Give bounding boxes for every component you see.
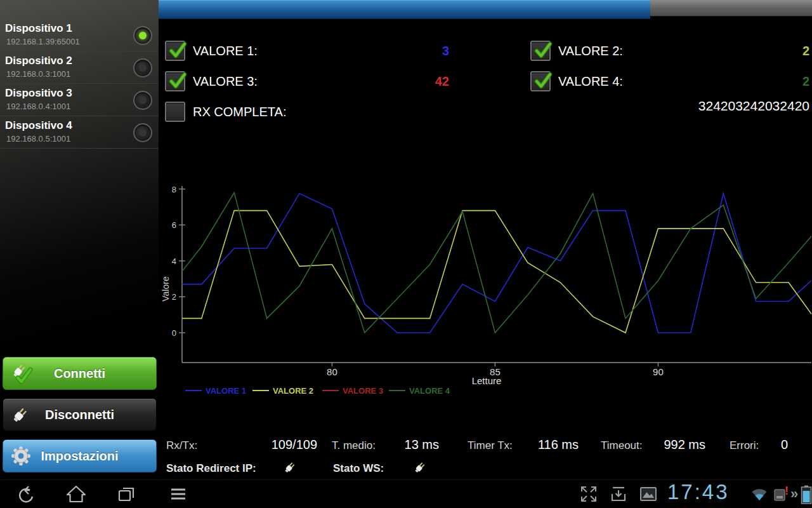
device-item-1[interactable]: Dispositivo 1 192.168.1.39:65001 (0, 19, 159, 51)
svg-text:VALORE 2: VALORE 2 (273, 386, 313, 396)
device-radio[interactable] (133, 123, 152, 142)
back-icon[interactable] (13, 484, 34, 504)
param-label: VALORE 4: (558, 74, 623, 89)
recents-icon[interactable] (116, 484, 136, 504)
param-row-valore2: VALORE 2: 2 (530, 40, 809, 62)
checkbox-valore4[interactable] (530, 71, 551, 91)
fullscreen-icon[interactable] (579, 484, 599, 504)
param-value: 2 (623, 44, 809, 58)
plug-icon (10, 404, 30, 425)
connect-button-label: Connetti (54, 366, 105, 381)
rx-completa-value: 324203242032420 (511, 98, 809, 114)
device-name: Dispositivo 4 (5, 119, 72, 132)
disconnect-button[interactable]: Disconnetti (3, 398, 157, 431)
device-address: 192.168.0.3:1001 (6, 69, 70, 79)
check-icon (532, 39, 554, 61)
home-icon[interactable] (66, 484, 86, 504)
plug-check-icon (10, 362, 33, 385)
device-item-4[interactable]: Dispositivo 4 192.168.0.5:1001 (0, 116, 159, 149)
status-label: Stato Redirect IP: (166, 462, 256, 475)
param-value: 2 (623, 74, 809, 89)
line-chart: 02468808590LettureValoreVALORE 1VALORE 2… (162, 182, 812, 401)
stat-value: 109/109 (222, 438, 317, 452)
device-radio[interactable] (133, 58, 152, 77)
param-value: 3 (258, 44, 449, 58)
gallery-icon[interactable] (638, 484, 658, 504)
svg-text:0: 0 (172, 328, 176, 338)
device-item-2[interactable]: Dispositivo 2 192.168.0.3:1001 (0, 51, 159, 84)
check-icon (167, 39, 188, 61)
gear-icon (10, 445, 32, 467)
stat-value: 0 (750, 438, 788, 452)
svg-text:VALORE 1: VALORE 1 (206, 386, 246, 396)
wifi-icon (750, 485, 769, 504)
radio-selected-dot (139, 32, 147, 39)
param-value: 42 (258, 74, 449, 89)
stat-value: 116 ms (509, 438, 579, 452)
stat-label: Timer Tx: (468, 439, 513, 452)
checkbox-rx-completa[interactable] (165, 102, 185, 122)
checkbox-valore3[interactable] (165, 71, 185, 91)
status-label: Stato WS: (333, 462, 384, 475)
device-item-3[interactable]: Dispositivo 3 192.168.0.4:1001 (0, 84, 159, 116)
device-name: Dispositivo 3 (5, 87, 72, 100)
check-icon (532, 70, 554, 91)
device-address: 192.168.0.4:1001 (6, 102, 70, 111)
app-screen: TCP Communicator - PRO Dispositivi Param… (0, 0, 812, 508)
usb-alert-icon: ! (771, 484, 792, 504)
param-row-valore1: VALORE 1: 3 (165, 40, 449, 62)
device-address: 192.168.0.5:1001 (6, 134, 70, 144)
plug-icon (282, 460, 298, 478)
param-label: VALORE 3: (193, 74, 258, 89)
connect-button[interactable]: Connetti (3, 357, 157, 390)
chevrons-icon[interactable]: » (790, 486, 798, 502)
param-label: VALORE 2: (558, 44, 623, 58)
svg-text:90: 90 (653, 366, 664, 377)
system-clock[interactable]: 17:43 (667, 480, 730, 504)
device-radio[interactable] (133, 26, 152, 45)
param-label: RX COMPLETA: (193, 105, 286, 119)
checkbox-valore2[interactable] (530, 41, 551, 61)
device-name: Dispositivo 2 (5, 55, 72, 67)
param-row-rx-completa: RX COMPLETA: (165, 101, 449, 123)
device-radio[interactable] (133, 91, 152, 110)
plug-icon (412, 460, 428, 478)
svg-text:2: 2 (172, 292, 176, 302)
stat-value: 13 ms (376, 438, 439, 452)
menu-icon[interactable] (168, 484, 188, 504)
svg-text:80: 80 (327, 366, 337, 377)
battery-icon (801, 485, 812, 505)
svg-text:Letture: Letture (472, 375, 502, 386)
svg-text:4: 4 (172, 257, 176, 266)
save-screenshot-icon[interactable] (608, 484, 629, 504)
settings-button-label: Impostazioni (41, 449, 118, 464)
disconnect-button-label: Disconnetti (45, 408, 114, 422)
stat-value: 992 ms (636, 438, 705, 452)
svg-text:Valore: Valore (162, 276, 171, 302)
device-name: Dispositivo 1 (5, 22, 72, 35)
settings-button[interactable]: Impostazioni (3, 439, 157, 472)
checkbox-valore1[interactable] (165, 41, 185, 61)
svg-text:VALORE 3: VALORE 3 (343, 386, 383, 396)
param-row-valore4: VALORE 4: 2 (530, 70, 809, 92)
svg-text:6: 6 (172, 220, 176, 230)
system-bar: 17:43 ! » (0, 479, 812, 508)
param-row-valore3: VALORE 3: 42 (165, 70, 449, 92)
svg-text:8: 8 (172, 185, 176, 194)
svg-text:VALORE 4: VALORE 4 (409, 386, 450, 396)
device-address: 192.168.1.39:65001 (6, 37, 80, 46)
svg-text:!: ! (785, 485, 789, 497)
check-icon (167, 70, 188, 91)
param-label: VALORE 1: (193, 44, 258, 58)
stat-label: T. medio: (332, 439, 376, 452)
devices-panel: Dispositivo 1 192.168.1.39:65001 Disposi… (0, 0, 159, 462)
stat-label: Rx/Tx: (166, 439, 197, 452)
